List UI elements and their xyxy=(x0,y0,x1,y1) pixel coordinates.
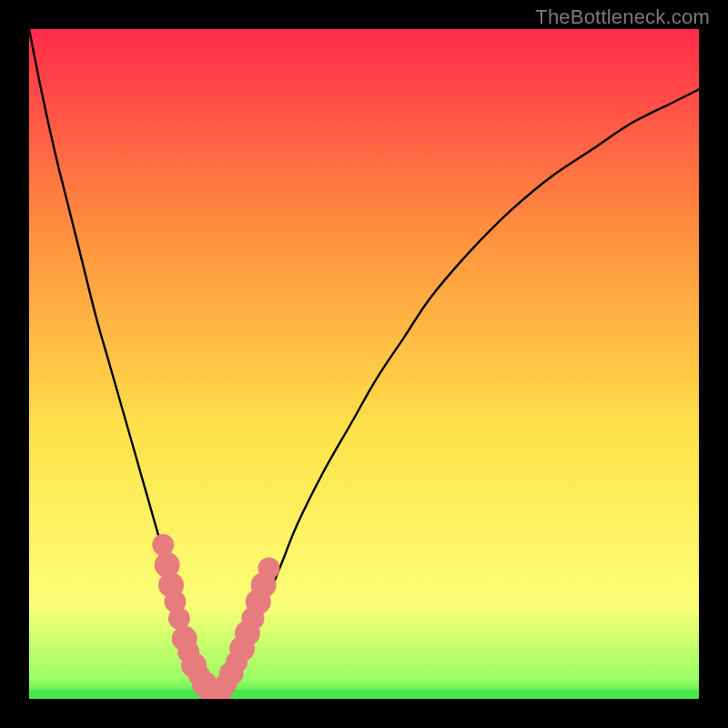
curve-marker xyxy=(152,534,174,556)
curve-marker xyxy=(258,558,280,580)
green-band xyxy=(29,690,699,699)
watermark-text: TheBottleneck.com xyxy=(535,5,710,29)
gradient-background xyxy=(29,29,699,699)
plot-area xyxy=(29,29,699,699)
chart-frame: TheBottleneck.com xyxy=(0,0,728,728)
bottleneck-curve-chart xyxy=(29,29,699,699)
